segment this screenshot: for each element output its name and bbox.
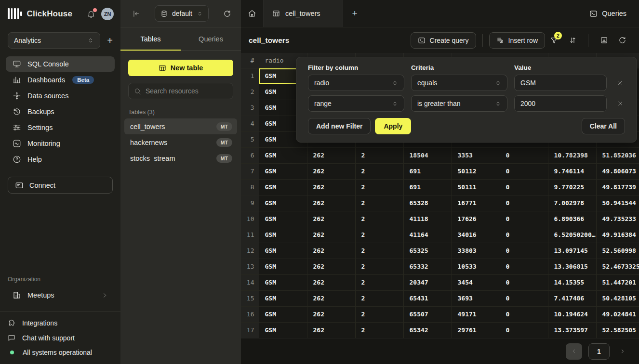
- table-cell[interactable]: 50111: [452, 179, 500, 195]
- table-cell[interactable]: 10.194624: [548, 306, 596, 322]
- table-cell[interactable]: 29761: [452, 322, 500, 338]
- table-cell[interactable]: 49.817739: [596, 179, 639, 195]
- row-number[interactable]: 2: [241, 84, 259, 100]
- queries-button[interactable]: Queries: [577, 0, 639, 27]
- new-table-button[interactable]: New table: [128, 60, 233, 76]
- tab-cell-towers[interactable]: cell_towers: [264, 0, 343, 27]
- table-cell[interactable]: 262: [307, 290, 355, 306]
- next-page-button[interactable]: [616, 343, 628, 360]
- row-number[interactable]: 8: [241, 179, 259, 195]
- table-cell[interactable]: GSM: [259, 179, 307, 195]
- table-cell[interactable]: 262: [307, 259, 355, 274]
- sidebar-item-dashboards[interactable]: Dashboards Beta: [6, 72, 115, 88]
- table-cell[interactable]: 691: [403, 179, 452, 195]
- table-cell[interactable]: 65507: [403, 306, 452, 322]
- table-cell[interactable]: 50.428105: [596, 290, 639, 306]
- table-cell[interactable]: 262: [307, 227, 355, 243]
- table-cell[interactable]: 3454: [452, 274, 500, 290]
- table-cell[interactable]: 52.560998: [596, 243, 639, 259]
- table-cell[interactable]: 2: [355, 227, 403, 243]
- row-number[interactable]: 3: [241, 100, 259, 116]
- table-cell[interactable]: 262: [307, 243, 355, 259]
- table-cell[interactable]: 2: [355, 259, 403, 274]
- table-cell[interactable]: 2: [355, 179, 403, 195]
- tab-queries[interactable]: Queries: [181, 27, 241, 50]
- table-cell[interactable]: 262: [307, 179, 355, 195]
- table-list-item-stocks-stream[interactable]: stocks_stream MT: [124, 150, 237, 166]
- table-cell[interactable]: 52.582505: [596, 322, 639, 338]
- table-cell[interactable]: 262: [307, 306, 355, 322]
- table-cell[interactable]: GSM: [259, 227, 307, 243]
- system-status[interactable]: All systems operational: [8, 349, 113, 356]
- insert-row-button[interactable]: Insert row: [489, 32, 545, 49]
- row-number[interactable]: 5: [241, 131, 259, 147]
- integrations-link[interactable]: Integrations: [8, 319, 113, 327]
- table-cell[interactable]: 0: [500, 163, 548, 179]
- table-cell[interactable]: 65332: [403, 259, 452, 274]
- row-number[interactable]: 7: [241, 163, 259, 179]
- apply-filter-button[interactable]: Apply: [375, 118, 411, 134]
- table-cell[interactable]: 2: [355, 147, 403, 163]
- table-cell[interactable]: GSM: [259, 195, 307, 211]
- table-cell[interactable]: 49.916384: [596, 227, 639, 243]
- table-cell[interactable]: GSM: [259, 259, 307, 274]
- row-number[interactable]: 10: [241, 211, 259, 227]
- filter-criteria-select[interactable]: is greater than: [411, 95, 507, 112]
- table-cell[interactable]: 14.15355: [548, 274, 596, 290]
- table-cell[interactable]: 16771: [452, 195, 500, 211]
- table-cell[interactable]: 65328: [403, 195, 452, 211]
- table-cell[interactable]: 52.4673325: [596, 259, 639, 274]
- table-cell[interactable]: 262: [307, 322, 355, 338]
- connect-button[interactable]: Connect: [8, 177, 113, 194]
- row-number[interactable]: 12: [241, 243, 259, 259]
- table-cell[interactable]: 262: [307, 163, 355, 179]
- table-cell[interactable]: 51.852036: [596, 147, 639, 163]
- table-cell[interactable]: 2: [355, 195, 403, 211]
- table-cell[interactable]: GSM: [259, 290, 307, 306]
- new-tab-button[interactable]: +: [343, 0, 366, 27]
- table-cell[interactable]: 50112: [452, 163, 500, 179]
- create-query-button[interactable]: Create query: [411, 32, 476, 49]
- table-cell[interactable]: 13.373597: [548, 322, 596, 338]
- add-filter-button[interactable]: Add new Filter: [308, 118, 371, 134]
- filter-column-select[interactable]: radio: [308, 75, 404, 91]
- table-cell[interactable]: GSM: [259, 211, 307, 227]
- table-cell[interactable]: 0: [500, 243, 548, 259]
- table-cell[interactable]: 49.024841: [596, 306, 639, 322]
- table-cell[interactable]: 0: [500, 195, 548, 211]
- workspace-select[interactable]: Analytics: [8, 32, 100, 49]
- chat-support-link[interactable]: Chat with support: [8, 334, 113, 342]
- row-number[interactable]: 4: [241, 116, 259, 131]
- row-number[interactable]: 14: [241, 274, 259, 290]
- clear-all-filters-button[interactable]: Clear All: [582, 118, 625, 134]
- table-cell[interactable]: 262: [307, 147, 355, 163]
- table-cell[interactable]: 17626: [452, 211, 500, 227]
- table-list-item-cell-towers[interactable]: cell_towers MT: [124, 118, 237, 134]
- table-cell[interactable]: 0: [500, 211, 548, 227]
- table-cell[interactable]: 0: [500, 306, 548, 322]
- table-cell[interactable]: 65431: [403, 290, 452, 306]
- table-cell[interactable]: 41118: [403, 211, 452, 227]
- table-cell[interactable]: 2: [355, 274, 403, 290]
- table-cell[interactable]: 0: [500, 274, 548, 290]
- table-cell[interactable]: 3693: [452, 290, 500, 306]
- table-cell[interactable]: 6.52050200…: [548, 227, 596, 243]
- sidebar-item-sql-console[interactable]: SQL Console: [6, 56, 115, 72]
- row-number[interactable]: 9: [241, 195, 259, 211]
- row-number-header[interactable]: #: [241, 53, 259, 68]
- table-cell[interactable]: 65325: [403, 243, 452, 259]
- table-cell[interactable]: 0: [500, 179, 548, 195]
- table-cell[interactable]: 262: [307, 211, 355, 227]
- table-cell[interactable]: 49.806073: [596, 163, 639, 179]
- table-cell[interactable]: 2: [355, 322, 403, 338]
- table-cell[interactable]: GSM: [259, 147, 307, 163]
- filter-criteria-select[interactable]: equals: [411, 75, 507, 91]
- table-cell[interactable]: 13.097145: [548, 243, 596, 259]
- table-cell[interactable]: 0: [500, 259, 548, 274]
- table-cell[interactable]: 2: [355, 306, 403, 322]
- table-cell[interactable]: 0: [500, 147, 548, 163]
- previous-page-button[interactable]: [566, 343, 582, 360]
- table-cell[interactable]: 50.941544: [596, 195, 639, 211]
- table-cell[interactable]: 262: [307, 195, 355, 211]
- table-cell[interactable]: 262: [307, 274, 355, 290]
